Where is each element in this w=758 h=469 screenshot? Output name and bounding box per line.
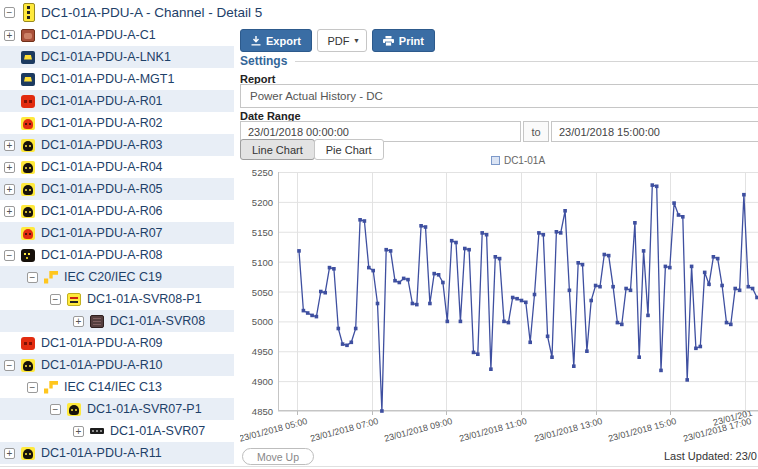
tree-item-dc1-01a-pdu-a-r09[interactable]: DC1-01A-PDU-A-R09 [0,332,234,354]
data-point-marker [651,183,655,187]
data-point-marker [542,233,546,237]
tree-item-dc1-01a-pdu-a-r06[interactable]: +DC1-01A-PDU-A-R06 [0,200,234,222]
data-point-marker [637,355,641,359]
expand-icon[interactable]: + [4,162,15,173]
data-point-marker [337,327,341,331]
data-point-marker [502,320,506,324]
expand-icon[interactable]: + [4,184,15,195]
expand-icon[interactable]: + [73,316,84,327]
date-range-separator: to [523,121,549,142]
y-axis-tick-label: 5150 [240,227,273,238]
collapse-icon[interactable]: − [50,294,61,305]
tree-item-label: IEC C14/IEC C13 [64,380,162,394]
data-point-marker [546,335,550,339]
tree-item-label: DC1-01A-SVR07 [110,424,205,438]
tree-item-dc1-01a-svr08[interactable]: +DC1-01A-SVR08 [0,310,234,332]
expand-icon[interactable]: + [73,426,84,437]
data-point-marker [302,309,306,313]
tree-item-dc1-01a-pdu-a-r11[interactable]: +DC1-01A-PDU-A-R11 [0,442,234,464]
tree-item-dc1-01a-pdu-a-r01[interactable]: DC1-01A-PDU-A-R01 [0,90,234,112]
expand-icon[interactable]: + [4,448,15,459]
tree-item-dc1-01a-pdu-a-r05[interactable]: +DC1-01A-PDU-A-R05 [0,178,234,200]
data-point-marker [450,239,454,243]
collapse-icon[interactable]: − [27,382,38,393]
data-point-marker [528,341,532,345]
export-format-select[interactable]: PDF ▼ [317,29,367,52]
data-point-marker [699,345,703,349]
tree-item-dc1-01a-pdu-a-lnk1[interactable]: DC1-01A-PDU-A-LNK1 [0,46,234,68]
collapse-icon[interactable]: − [4,250,15,261]
data-point-marker [345,344,349,348]
power-port-icon [67,293,81,306]
data-point-marker [310,314,314,318]
data-point-marker [297,249,301,253]
tree-item-dc1-01a-pdu-a-r04[interactable]: +DC1-01A-PDU-A-R04 [0,156,234,178]
tree-item-dc1-01a-pdu-a-c1[interactable]: +DC1-01A-PDU-A-C1 [0,24,234,46]
report-select[interactable]: Power Actual History - DC [240,84,758,108]
data-point-marker [594,284,598,288]
data-point-marker [511,296,515,300]
data-point-marker [677,213,681,217]
tree-item-dc1-01a-svr07[interactable]: +DC1-01A-SVR07 [0,420,234,442]
data-point-marker [738,289,742,293]
data-point-marker [616,321,620,325]
tree-item-dc1-01a-pdu-a-r07[interactable]: DC1-01A-PDU-A-R07 [0,222,234,244]
outlet-black-icon [21,205,35,218]
move-up-button[interactable]: Move Up [242,448,314,465]
print-button-label: Print [399,35,424,47]
data-point-marker [459,320,463,324]
data-point-marker [315,315,319,319]
tree-item-dc1-01a-pdu-a-r10[interactable]: −DC1-01A-PDU-A-R10 [0,354,234,376]
data-point-marker [572,364,576,368]
outlet-black-icon [21,447,35,460]
collapse-icon[interactable]: − [4,7,15,18]
data-point-marker [633,221,637,225]
data-point-marker [589,299,593,303]
data-point-marker [603,253,607,257]
data-point-marker [694,347,698,351]
data-point-marker [358,218,362,222]
tree-item-iec c20/iec c19[interactable]: −IEC C20/IEC C19 [0,266,234,288]
data-point-marker [659,369,663,373]
data-point-marker [363,219,367,223]
tree-item-dc1-01a-svr07-p1[interactable]: −DC1-01A-SVR07-P1 [0,398,234,420]
export-button[interactable]: Export [240,29,312,52]
data-point-marker [367,266,371,270]
expand-icon[interactable]: + [4,140,15,151]
export-button-label: Export [266,35,301,47]
data-point-marker [747,285,751,289]
tree-item-dc1-01a-pdu-a-r03[interactable]: +DC1-01A-PDU-A-R03 [0,134,234,156]
data-point-marker [498,257,502,261]
tree-item-dc1-01a-svr08-p1[interactable]: −DC1-01A-SVR08-P1 [0,288,234,310]
data-point-marker [411,302,415,306]
collapse-icon[interactable]: − [50,404,61,415]
outlet-red-icon [21,95,35,108]
expand-icon[interactable]: + [4,206,15,217]
y-axis-tick-label: 5100 [240,257,273,268]
data-point-marker [446,320,450,324]
y-axis-tick-label: 5250 [240,167,273,178]
data-point-marker [441,281,445,285]
date-to-input[interactable] [551,121,758,142]
module-icon [21,29,35,42]
legend-swatch [491,156,500,165]
tree-item-label: DC1-01A-PDU-A-R06 [41,204,163,218]
data-point-marker [389,249,393,253]
expand-icon[interactable]: + [4,30,15,41]
data-point-marker [454,241,458,245]
chart-legend[interactable]: DC1-01A [278,155,758,166]
pdu-monitor-window: − DC1-01A-PDU-A - Channel - Detail 5 +DC… [0,0,758,469]
collapse-icon[interactable]: − [27,272,38,283]
data-point-marker [376,302,380,306]
tree-item-label: DC1-01A-PDU-A-R04 [41,160,163,174]
data-point-marker [607,254,611,258]
x-axis-tick-label: 23/01/2018 11:00 [458,418,520,444]
print-button[interactable]: Print [372,29,435,52]
tree-item-dc1-01a-pdu-a-r02[interactable]: DC1-01A-PDU-A-R02 [0,112,234,134]
tree-item-iec c14/iec c13[interactable]: −IEC C14/IEC C13 [0,376,234,398]
data-point-marker [463,247,467,251]
data-point-marker [472,351,476,355]
collapse-icon[interactable]: − [4,360,15,371]
tree-item-dc1-01a-pdu-a-mgt1[interactable]: DC1-01A-PDU-A-MGT1 [0,68,234,90]
tree-item-dc1-01a-pdu-a-r08[interactable]: −DC1-01A-PDU-A-R08 [0,244,234,266]
